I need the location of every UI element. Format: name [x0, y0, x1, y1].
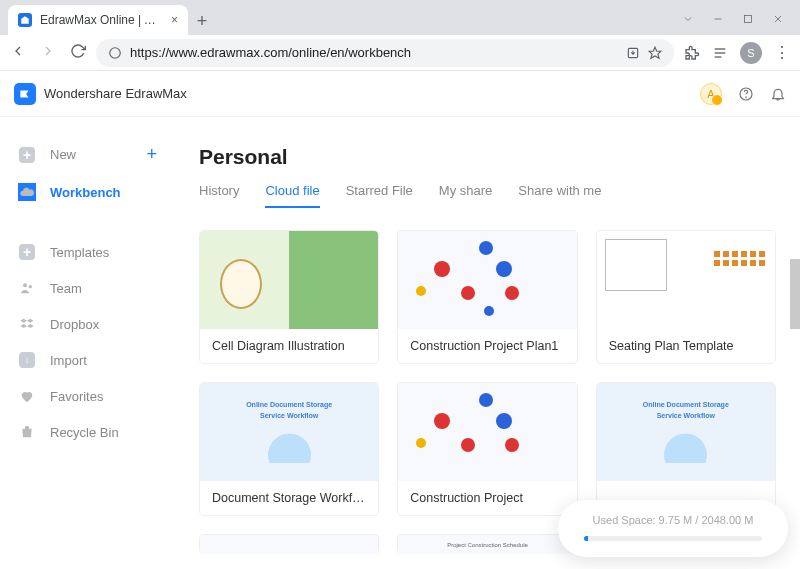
- sidebar-item-dropbox[interactable]: Dropbox: [0, 306, 175, 342]
- file-card[interactable]: Online Document StorageService Workflow: [596, 382, 776, 516]
- brand-logo-icon: [14, 83, 36, 105]
- svg-point-4: [110, 47, 121, 58]
- file-thumbnail: Project Construction Schedule: [398, 535, 576, 554]
- cloud-icon: [18, 183, 36, 201]
- file-thumbnail: [200, 231, 378, 329]
- file-card[interactable]: Construction Project: [397, 382, 577, 516]
- svg-point-13: [23, 283, 27, 287]
- tab-close-icon[interactable]: ×: [171, 13, 178, 27]
- storage-label: Used Space: 9.75 M / 2048.00 M: [584, 514, 762, 526]
- close-icon[interactable]: [772, 11, 784, 29]
- sidebar-item-templates[interactable]: +Templates: [0, 234, 175, 270]
- chevron-down-icon[interactable]: [682, 11, 694, 29]
- url-text: https://www.edrawmax.com/online/en/workb…: [130, 45, 411, 60]
- file-thumbnail: Online Document StorageService Workflow: [200, 383, 378, 481]
- tab-my-share[interactable]: My share: [439, 183, 492, 208]
- svg-rect-1: [745, 16, 752, 23]
- team-icon: [18, 279, 36, 297]
- file-card[interactable]: [199, 534, 379, 554]
- file-card[interactable]: Seating Plan Template: [596, 230, 776, 364]
- reload-icon[interactable]: [70, 43, 86, 63]
- sidebar-item-label: Import: [50, 353, 87, 368]
- file-card[interactable]: Project Construction Schedule: [397, 534, 577, 554]
- site-info-icon: [108, 46, 122, 60]
- reading-list-icon[interactable]: [712, 45, 728, 61]
- sidebar-item-recycle-bin[interactable]: Recycle Bin: [0, 414, 175, 450]
- plus-square-icon: +: [18, 146, 36, 164]
- tab-starred-file[interactable]: Starred File: [346, 183, 413, 208]
- back-icon[interactable]: [10, 43, 26, 63]
- maximize-icon[interactable]: [742, 11, 754, 29]
- url-bar[interactable]: https://www.edrawmax.com/online/en/workb…: [96, 39, 674, 67]
- nav-buttons: [10, 43, 86, 63]
- window-controls: [682, 11, 792, 35]
- plus-square-icon: +: [18, 243, 36, 261]
- storage-indicator: Used Space: 9.75 M / 2048.00 M: [558, 500, 788, 557]
- storage-bar: [584, 536, 762, 541]
- app-body: +New + Workbench +Templates Team Dropbox…: [0, 117, 800, 569]
- file-title: [597, 481, 775, 501]
- file-card[interactable]: Construction Project Plan1: [397, 230, 577, 364]
- file-thumbnail: [398, 383, 576, 481]
- sidebar-item-favorites[interactable]: Favorites: [0, 378, 175, 414]
- tab-share-with-me[interactable]: Share with me: [518, 183, 601, 208]
- new-tab-button[interactable]: +: [188, 7, 216, 35]
- file-thumbnail: [398, 231, 576, 329]
- browser-tabstrip: EdrawMax Online | All-in-One Diag × +: [0, 0, 800, 35]
- sidebar-item-label: Dropbox: [50, 317, 99, 332]
- browser-menu-icon[interactable]: ⋮: [774, 43, 790, 62]
- svg-point-14: [29, 285, 32, 288]
- app-header: Wondershare EdrawMax A: [0, 71, 800, 117]
- browser-tab[interactable]: EdrawMax Online | All-in-One Diag ×: [8, 5, 188, 35]
- tab-row: EdrawMax Online | All-in-One Diag × +: [8, 0, 216, 35]
- sidebar-item-workbench[interactable]: Workbench: [0, 174, 175, 210]
- file-title: Construction Project: [398, 481, 576, 515]
- brand-name: Wondershare EdrawMax: [44, 86, 187, 101]
- file-card[interactable]: Cell Diagram Illustration: [199, 230, 379, 364]
- dropbox-icon: [18, 315, 36, 333]
- install-app-icon[interactable]: [626, 46, 640, 60]
- sidebar-item-label: Templates: [50, 245, 109, 260]
- minimize-icon[interactable]: [712, 11, 724, 29]
- main-content: Personal History Cloud file Starred File…: [175, 117, 800, 569]
- file-title: Construction Project Plan1: [398, 329, 576, 363]
- help-icon[interactable]: [738, 86, 754, 102]
- page-title: Personal: [199, 145, 776, 169]
- sidebar-item-label: Recycle Bin: [50, 425, 119, 440]
- file-card[interactable]: Online Document StorageService Workflow …: [199, 382, 379, 516]
- file-title: Cell Diagram Illustration: [200, 329, 378, 363]
- extensions-icon[interactable]: [684, 45, 700, 61]
- tab-cloud-file[interactable]: Cloud file: [265, 183, 319, 208]
- tab-favicon-icon: [18, 13, 32, 27]
- sidebar-item-label: Team: [50, 281, 82, 296]
- browser-toolbar: https://www.edrawmax.com/online/en/workb…: [0, 35, 800, 71]
- heart-icon: [18, 387, 36, 405]
- tab-history[interactable]: History: [199, 183, 239, 208]
- sidebar-item-new[interactable]: +New +: [0, 135, 175, 174]
- file-thumbnail: Online Document StorageService Workflow: [597, 383, 775, 481]
- file-title: Seating Plan Template: [597, 329, 775, 363]
- sidebar-item-import[interactable]: ↓Import: [0, 342, 175, 378]
- svg-marker-7: [649, 47, 661, 58]
- sidebar-item-label: Workbench: [50, 185, 121, 200]
- brand[interactable]: Wondershare EdrawMax: [14, 83, 187, 105]
- file-title: Document Storage Workflo...: [200, 481, 378, 515]
- trash-icon: [18, 423, 36, 441]
- sidebar: +New + Workbench +Templates Team Dropbox…: [0, 117, 175, 569]
- sidebar-item-label: Favorites: [50, 389, 103, 404]
- import-icon: ↓: [18, 351, 36, 369]
- scrollbar-thumb[interactable]: [790, 259, 800, 329]
- tab-title: EdrawMax Online | All-in-One Diag: [40, 13, 163, 27]
- header-actions: A: [700, 83, 786, 105]
- bell-icon[interactable]: [770, 86, 786, 102]
- browser-profile-avatar[interactable]: S: [740, 42, 762, 64]
- toolbar-right: S ⋮: [684, 42, 790, 64]
- bookmark-star-icon[interactable]: [648, 46, 662, 60]
- sidebar-item-team[interactable]: Team: [0, 270, 175, 306]
- file-thumbnail: [200, 535, 378, 554]
- forward-icon[interactable]: [40, 43, 56, 63]
- file-thumbnail: [597, 231, 775, 329]
- sidebar-item-label: New: [50, 147, 76, 162]
- add-plus-icon[interactable]: +: [146, 144, 157, 165]
- user-avatar[interactable]: A: [700, 83, 722, 105]
